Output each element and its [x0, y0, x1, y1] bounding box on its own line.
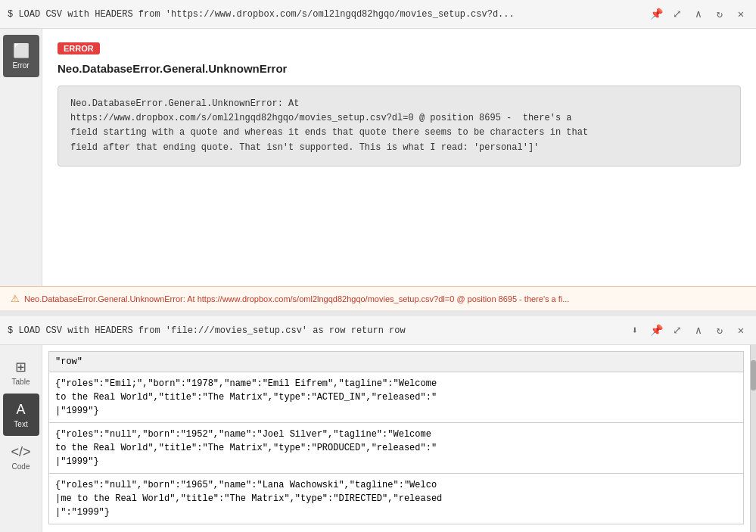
code-icon: </> [11, 444, 30, 460]
up-icon-2[interactable]: ∧ [691, 323, 706, 338]
panel1-footer-text: Neo.DatabaseError.General.UnknownError: … [24, 294, 569, 303]
panel1-header-text: $ LOAD CSV with HEADERS from 'https://ww… [8, 9, 641, 20]
table-row: {"roles":"null","born":"1965","name":"La… [49, 474, 744, 524]
pin-icon-2[interactable]: 📌 [649, 323, 664, 338]
download-icon[interactable]: ⬇ [627, 323, 642, 338]
panel1-header-icons: 📌 ⤢ ∧ ↻ ✕ [649, 7, 748, 22]
warning-triangle-icon: ⚠ [11, 293, 20, 304]
error-title: Neo.DatabaseError.General.UnknownError [58, 62, 741, 75]
panel1-body: ⬜ Error ERROR Neo.DatabaseError.General.… [0, 29, 756, 286]
sidebar-item-error[interactable]: ⬜ Error [3, 35, 39, 77]
col-row-header: "row" [49, 352, 744, 372]
table-icon: ⊞ [15, 359, 26, 375]
error-panel: $ LOAD CSV with HEADERS from 'https://ww… [0, 0, 756, 310]
up-icon[interactable]: ∧ [691, 7, 706, 22]
panel2-sidebar: ⊞ Table A Text </> Code [0, 345, 42, 532]
results-table: "row" {"roles":"Emil;","born":"1978","na… [48, 351, 744, 524]
refresh-icon[interactable]: ↻ [712, 7, 727, 22]
panel1-content: ERROR Neo.DatabaseError.General.UnknownE… [42, 29, 756, 286]
error-code-box: Neo.DatabaseError.General.UnknownError: … [58, 86, 741, 166]
text-icon: A [16, 402, 25, 418]
sidebar-item-error-label: Error [12, 61, 29, 70]
row-cell-1: {"roles":"Emil;","born":"1978","name":"E… [49, 372, 744, 423]
results-content: "row" {"roles":"Emil;","born":"1978","na… [42, 345, 750, 532]
table-row: {"roles":"null","born":"1952","name":"Jo… [49, 423, 744, 474]
panel1-footer: ⚠ Neo.DatabaseError.General.UnknownError… [0, 286, 756, 310]
row-cell-2: {"roles":"null","born":"1952","name":"Jo… [49, 423, 744, 474]
scrollbar[interactable] [750, 345, 756, 532]
sidebar-item-code[interactable]: </> Code [3, 436, 39, 478]
refresh-icon-2[interactable]: ↻ [712, 323, 727, 338]
panel1-sidebar: ⬜ Error [0, 29, 42, 286]
row-cell-3: {"roles":"null","born":"1965","name":"La… [49, 474, 744, 524]
panel2-header: $ LOAD CSV with HEADERS from 'file:///mo… [0, 316, 756, 345]
panel2-body: ⊞ Table A Text </> Code "row" [0, 345, 756, 532]
panel2-header-text: $ LOAD CSV with HEADERS from 'file:///mo… [8, 325, 620, 336]
close-icon[interactable]: ✕ [733, 7, 748, 22]
error-badge: ERROR [58, 42, 100, 54]
error-icon: ⬜ [13, 42, 30, 59]
sidebar-code-label: Code [12, 462, 30, 471]
results-panel: $ LOAD CSV with HEADERS from 'file:///mo… [0, 316, 756, 532]
close-icon-2[interactable]: ✕ [733, 323, 748, 338]
expand-icon[interactable]: ⤢ [670, 7, 685, 22]
table-row: {"roles":"Emil;","born":"1978","name":"E… [49, 372, 744, 423]
expand-icon-2[interactable]: ⤢ [670, 323, 685, 338]
panel1-header: $ LOAD CSV with HEADERS from 'https://ww… [0, 0, 756, 29]
sidebar-item-table[interactable]: ⊞ Table [3, 351, 39, 394]
sidebar-item-text[interactable]: A Text [3, 394, 39, 436]
pin-icon[interactable]: 📌 [649, 7, 664, 22]
scroll-thumb[interactable] [751, 360, 756, 390]
panel2-header-icons: ⬇ 📌 ⤢ ∧ ↻ ✕ [627, 323, 748, 338]
sidebar-table-label: Table [12, 378, 30, 386]
sidebar-text-label: Text [14, 420, 27, 428]
